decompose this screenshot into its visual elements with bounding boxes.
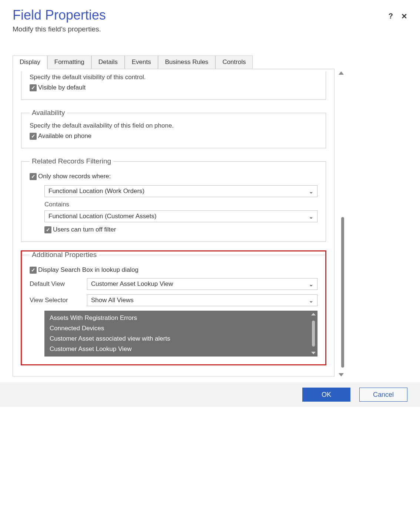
dialog-subtitle: Modify this field's properties. — [13, 25, 407, 33]
scroll-down-icon[interactable] — [339, 373, 344, 376]
contains-dropdown-value: Functional Location (Customer Assets) — [48, 213, 157, 220]
default-view-value: Customer Asset Lookup View — [91, 280, 173, 288]
availability-legend: Availability — [30, 109, 67, 117]
tab-controls[interactable]: Controls — [215, 55, 253, 69]
contains-dropdown[interactable]: Functional Location (Customer Assets) ⌄ — [44, 210, 317, 222]
available-phone-label: Available on phone — [38, 132, 91, 140]
contains-label: Contains — [44, 201, 317, 208]
listbox-scrollbar[interactable] — [311, 313, 316, 354]
available-phone-checkbox[interactable]: ✓ — [30, 133, 37, 140]
default-view-label: Default View — [30, 280, 87, 288]
scroll-thumb[interactable] — [312, 321, 315, 347]
related-filtering-section: Related Records Filtering ✓ Only show re… — [21, 157, 326, 242]
chevron-down-icon: ⌄ — [309, 213, 313, 220]
view-selector-value: Show All Views — [91, 297, 134, 304]
view-selector-dropdown[interactable]: Show All Views ⌄ — [87, 294, 317, 306]
tab-business-rules[interactable]: Business Rules — [158, 55, 215, 69]
list-item[interactable]: Customer Asset Lookup View — [50, 344, 308, 354]
visibility-hint: Specify the default visibility of this c… — [30, 74, 317, 81]
chevron-down-icon: ⌄ — [309, 297, 313, 304]
dialog-title: Field Properties — [13, 7, 407, 23]
default-view-dropdown[interactable]: Customer Asset Lookup View ⌄ — [87, 278, 317, 290]
only-show-checkbox[interactable]: ✓ — [30, 173, 37, 180]
scroll-down-icon[interactable] — [311, 352, 316, 354]
dialog-header: Field Properties Modify this field's pro… — [13, 7, 407, 33]
scroll-up-icon[interactable] — [311, 313, 316, 315]
tab-details[interactable]: Details — [91, 55, 125, 69]
tab-body-display: Specify the default visibility of this c… — [13, 69, 335, 376]
close-icon[interactable]: ✕ — [401, 12, 407, 21]
tab-events[interactable]: Events — [125, 55, 158, 69]
chevron-down-icon: ⌄ — [309, 281, 313, 288]
filtering-legend: Related Records Filtering — [30, 157, 113, 165]
visible-checkbox[interactable]: ✓ — [30, 84, 37, 91]
scroll-thumb[interactable] — [341, 217, 344, 368]
turn-off-filter-checkbox[interactable]: ✓ — [44, 226, 51, 233]
view-selector-label: View Selector — [30, 297, 87, 304]
tab-formatting[interactable]: Formatting — [47, 55, 91, 69]
visible-checkbox-label: Visible by default — [38, 84, 85, 91]
list-item[interactable]: Connected Devices — [50, 323, 308, 334]
additional-legend: Additional Properties — [30, 251, 99, 259]
dialog-button-bar: OK Cancel — [0, 382, 420, 407]
where-dropdown[interactable]: Functional Location (Work Orders) ⌄ — [44, 185, 317, 197]
additional-properties-section: Additional Properties ✓ Display Search B… — [21, 251, 326, 365]
field-properties-dialog: Field Properties Modify this field's pro… — [0, 0, 420, 376]
turn-off-filter-label: Users can turn off filter — [53, 226, 116, 233]
help-icon[interactable]: ? — [389, 12, 393, 21]
display-search-box-checkbox[interactable]: ✓ — [30, 267, 37, 274]
display-search-box-label: Display Search Box in lookup dialog — [38, 266, 138, 274]
availability-section: Availability Specify the default availab… — [21, 109, 326, 148]
where-dropdown-value: Functional Location (Work Orders) — [48, 188, 145, 195]
ok-button[interactable]: OK — [302, 388, 350, 402]
visibility-section: Specify the default visibility of this c… — [21, 71, 326, 100]
views-listbox[interactable]: Assets With Registration Errors Connecte… — [44, 311, 317, 357]
list-item[interactable]: Customer Asset associated view with aler… — [50, 334, 308, 344]
availability-hint: Specify the default availability of this… — [30, 122, 317, 129]
tab-display[interactable]: Display — [13, 55, 47, 69]
tabstrip: Display Formatting Details Events Busine… — [13, 55, 407, 69]
list-item[interactable]: Assets With Registration Errors — [50, 313, 308, 323]
scroll-up-icon[interactable] — [339, 71, 344, 75]
only-show-label: Only show records where: — [38, 173, 111, 180]
chevron-down-icon: ⌄ — [309, 188, 313, 195]
panel-scrollbar[interactable] — [337, 69, 346, 376]
cancel-button[interactable]: Cancel — [359, 388, 407, 402]
